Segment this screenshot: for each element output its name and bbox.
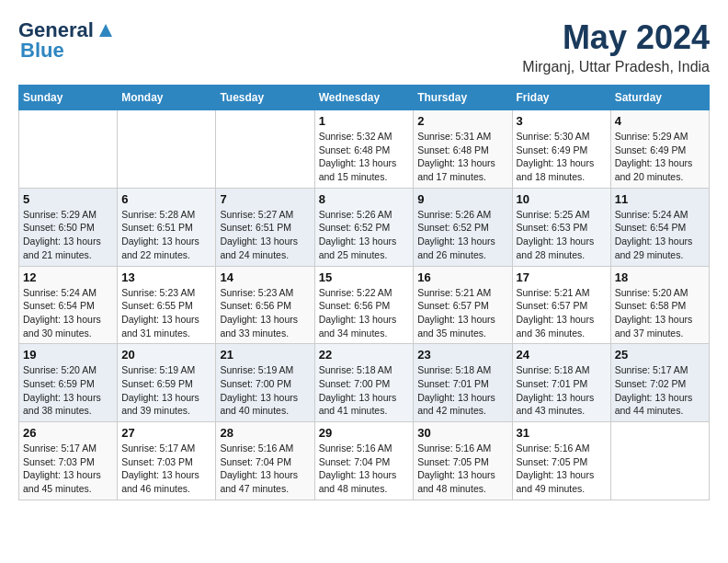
calendar-cell	[118, 110, 216, 189]
calendar-cell: 3Sunrise: 5:30 AM Sunset: 6:49 PM Daylig…	[512, 110, 610, 189]
day-number: 1	[319, 114, 410, 128]
day-number: 9	[417, 192, 507, 206]
calendar-week-row: 12Sunrise: 5:24 AM Sunset: 6:54 PM Dayli…	[19, 266, 710, 344]
day-number: 15	[319, 270, 410, 284]
day-info: Sunrise: 5:26 AM Sunset: 6:52 PM Dayligh…	[417, 208, 507, 262]
weekday-header: Wednesday	[314, 86, 414, 110]
day-number: 20	[121, 348, 211, 362]
day-number: 7	[220, 192, 310, 206]
calendar-cell: 22Sunrise: 5:18 AM Sunset: 7:00 PM Dayli…	[314, 344, 414, 422]
day-number: 31	[517, 426, 607, 440]
weekday-header: Sunday	[19, 86, 118, 110]
day-info: Sunrise: 5:16 AM Sunset: 7:04 PM Dayligh…	[319, 442, 410, 496]
day-number: 30	[417, 426, 507, 440]
day-number: 19	[23, 348, 113, 362]
day-info: Sunrise: 5:21 AM Sunset: 6:57 PM Dayligh…	[417, 286, 507, 340]
day-number: 6	[121, 192, 211, 206]
calendar-cell: 30Sunrise: 5:16 AM Sunset: 7:05 PM Dayli…	[414, 422, 512, 500]
logo-icon	[96, 20, 116, 40]
day-info: Sunrise: 5:26 AM Sunset: 6:52 PM Dayligh…	[319, 208, 410, 262]
day-info: Sunrise: 5:22 AM Sunset: 6:56 PM Dayligh…	[319, 286, 410, 340]
day-number: 22	[319, 348, 410, 362]
calendar-cell: 20Sunrise: 5:19 AM Sunset: 6:59 PM Dayli…	[118, 344, 216, 422]
calendar-title: May 2024	[522, 18, 710, 57]
day-info: Sunrise: 5:30 AM Sunset: 6:49 PM Dayligh…	[517, 130, 607, 184]
day-info: Sunrise: 5:32 AM Sunset: 6:48 PM Dayligh…	[319, 130, 410, 184]
calendar-cell: 10Sunrise: 5:25 AM Sunset: 6:53 PM Dayli…	[512, 188, 610, 266]
day-number: 11	[615, 192, 705, 206]
day-info: Sunrise: 5:16 AM Sunset: 7:04 PM Dayligh…	[220, 442, 310, 496]
day-number: 28	[220, 426, 310, 440]
day-info: Sunrise: 5:29 AM Sunset: 6:50 PM Dayligh…	[23, 208, 113, 262]
day-number: 10	[517, 192, 607, 206]
day-info: Sunrise: 5:29 AM Sunset: 6:49 PM Dayligh…	[615, 130, 705, 184]
title-block: May 2024 Mirganj, Uttar Pradesh, India	[522, 18, 710, 75]
page-header: General Blue May 2024 Mirganj, Uttar Pra…	[18, 18, 710, 75]
day-number: 12	[23, 270, 113, 284]
day-number: 13	[121, 270, 211, 284]
day-number: 23	[417, 348, 507, 362]
day-info: Sunrise: 5:18 AM Sunset: 7:00 PM Dayligh…	[319, 363, 410, 418]
calendar-cell: 6Sunrise: 5:28 AM Sunset: 6:51 PM Daylig…	[118, 188, 216, 266]
calendar-cell: 16Sunrise: 5:21 AM Sunset: 6:57 PM Dayli…	[414, 266, 512, 344]
calendar-cell: 24Sunrise: 5:18 AM Sunset: 7:01 PM Dayli…	[512, 344, 610, 422]
calendar-cell: 5Sunrise: 5:29 AM Sunset: 6:50 PM Daylig…	[19, 188, 118, 266]
day-info: Sunrise: 5:23 AM Sunset: 6:56 PM Dayligh…	[220, 286, 310, 340]
day-number: 25	[615, 348, 705, 362]
day-info: Sunrise: 5:24 AM Sunset: 6:54 PM Dayligh…	[23, 286, 113, 340]
svg-marker-0	[99, 24, 112, 37]
calendar-cell: 14Sunrise: 5:23 AM Sunset: 6:56 PM Dayli…	[216, 266, 314, 344]
day-info: Sunrise: 5:24 AM Sunset: 6:54 PM Dayligh…	[615, 208, 705, 262]
calendar-cell: 29Sunrise: 5:16 AM Sunset: 7:04 PM Dayli…	[314, 422, 414, 500]
calendar-cell: 8Sunrise: 5:26 AM Sunset: 6:52 PM Daylig…	[314, 188, 414, 266]
day-number: 26	[23, 426, 113, 440]
calendar-cell: 19Sunrise: 5:20 AM Sunset: 6:59 PM Dayli…	[19, 344, 118, 422]
day-info: Sunrise: 5:17 AM Sunset: 7:02 PM Dayligh…	[615, 363, 705, 418]
day-info: Sunrise: 5:28 AM Sunset: 6:51 PM Dayligh…	[121, 208, 211, 262]
logo-blue: Blue	[20, 39, 64, 63]
calendar-cell	[610, 422, 709, 500]
day-info: Sunrise: 5:17 AM Sunset: 7:03 PM Dayligh…	[23, 442, 113, 496]
day-number: 18	[615, 270, 705, 284]
day-info: Sunrise: 5:16 AM Sunset: 7:05 PM Dayligh…	[517, 442, 607, 496]
day-number: 24	[517, 348, 607, 362]
logo: General Blue	[18, 18, 116, 63]
calendar-cell: 9Sunrise: 5:26 AM Sunset: 6:52 PM Daylig…	[414, 188, 512, 266]
calendar-cell: 26Sunrise: 5:17 AM Sunset: 7:03 PM Dayli…	[19, 422, 118, 500]
weekday-header: Friday	[512, 86, 610, 110]
day-info: Sunrise: 5:17 AM Sunset: 7:03 PM Dayligh…	[121, 442, 211, 496]
day-info: Sunrise: 5:20 AM Sunset: 6:59 PM Dayligh…	[23, 363, 113, 418]
day-number: 8	[319, 192, 410, 206]
calendar-cell: 28Sunrise: 5:16 AM Sunset: 7:04 PM Dayli…	[216, 422, 314, 500]
day-info: Sunrise: 5:18 AM Sunset: 7:01 PM Dayligh…	[517, 363, 607, 418]
calendar-cell: 1Sunrise: 5:32 AM Sunset: 6:48 PM Daylig…	[314, 110, 414, 189]
calendar-cell: 27Sunrise: 5:17 AM Sunset: 7:03 PM Dayli…	[118, 422, 216, 500]
day-info: Sunrise: 5:27 AM Sunset: 6:51 PM Dayligh…	[220, 208, 310, 262]
calendar-week-row: 5Sunrise: 5:29 AM Sunset: 6:50 PM Daylig…	[19, 188, 710, 266]
weekday-header-row: SundayMondayTuesdayWednesdayThursdayFrid…	[19, 86, 710, 110]
calendar-cell: 23Sunrise: 5:18 AM Sunset: 7:01 PM Dayli…	[414, 344, 512, 422]
calendar-cell: 12Sunrise: 5:24 AM Sunset: 6:54 PM Dayli…	[19, 266, 118, 344]
calendar-week-row: 19Sunrise: 5:20 AM Sunset: 6:59 PM Dayli…	[19, 344, 710, 422]
day-info: Sunrise: 5:21 AM Sunset: 6:57 PM Dayligh…	[517, 286, 607, 340]
day-info: Sunrise: 5:20 AM Sunset: 6:58 PM Dayligh…	[615, 286, 705, 340]
calendar-cell: 17Sunrise: 5:21 AM Sunset: 6:57 PM Dayli…	[512, 266, 610, 344]
day-number: 5	[23, 192, 113, 206]
day-number: 14	[220, 270, 310, 284]
weekday-header: Monday	[118, 86, 216, 110]
calendar-week-row: 1Sunrise: 5:32 AM Sunset: 6:48 PM Daylig…	[19, 110, 710, 189]
day-number: 17	[517, 270, 607, 284]
calendar-location: Mirganj, Uttar Pradesh, India	[522, 59, 710, 75]
calendar-week-row: 26Sunrise: 5:17 AM Sunset: 7:03 PM Dayli…	[19, 422, 710, 500]
day-number: 16	[417, 270, 507, 284]
calendar-table: SundayMondayTuesdayWednesdayThursdayFrid…	[18, 85, 710, 500]
calendar-cell: 15Sunrise: 5:22 AM Sunset: 6:56 PM Dayli…	[314, 266, 414, 344]
day-info: Sunrise: 5:19 AM Sunset: 7:00 PM Dayligh…	[220, 363, 310, 418]
calendar-cell	[19, 110, 118, 189]
calendar-cell: 4Sunrise: 5:29 AM Sunset: 6:49 PM Daylig…	[610, 110, 709, 189]
day-number: 29	[319, 426, 410, 440]
day-number: 4	[615, 114, 705, 128]
calendar-cell: 13Sunrise: 5:23 AM Sunset: 6:55 PM Dayli…	[118, 266, 216, 344]
calendar-cell: 31Sunrise: 5:16 AM Sunset: 7:05 PM Dayli…	[512, 422, 610, 500]
calendar-cell: 11Sunrise: 5:24 AM Sunset: 6:54 PM Dayli…	[610, 188, 709, 266]
